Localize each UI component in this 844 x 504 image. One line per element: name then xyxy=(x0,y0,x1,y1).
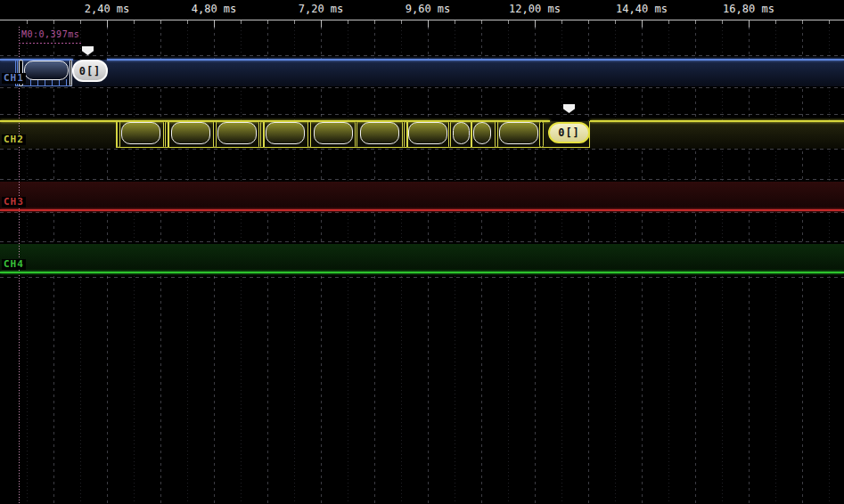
data-capsule-ch1 xyxy=(24,61,69,80)
burst-pulse-ch2 xyxy=(213,121,217,148)
ruler-tick-minor xyxy=(294,20,295,24)
ruler-label: 16,80 ms xyxy=(723,3,774,15)
burst-low-rail-ch2 xyxy=(116,147,590,148)
channel-label-ch1[interactable]: CH1 xyxy=(2,73,26,84)
signal-line-ch3 xyxy=(0,209,844,211)
ruler-tick-minor xyxy=(267,20,268,24)
data-capsule-ch2 xyxy=(408,122,447,144)
signal-line-ch1 xyxy=(107,59,844,61)
decode-bubble-ch2[interactable]: 0[] xyxy=(548,122,590,143)
ruler-tick-minor xyxy=(455,20,455,24)
burst-subtick-ch1 xyxy=(59,79,60,85)
ruler-tick-minor xyxy=(27,20,28,24)
burst-pulse-ch2 xyxy=(495,121,498,148)
burst-subtick-ch1 xyxy=(66,79,67,85)
ruler-tick-minor xyxy=(615,20,616,24)
grid-hline xyxy=(0,55,844,56)
data-capsule-ch2 xyxy=(499,122,538,144)
data-capsule-ch2 xyxy=(171,122,210,144)
grid-hline xyxy=(0,241,844,242)
ruler-tick-minor xyxy=(53,20,54,24)
burst-pulse-ch2 xyxy=(448,121,451,148)
data-capsule-ch2 xyxy=(453,122,470,144)
ruler-label: 12,00 ms xyxy=(509,3,561,15)
ruler-label: 4,80 ms xyxy=(192,3,237,15)
signal-line-ch2 xyxy=(590,120,844,122)
data-capsule-ch2 xyxy=(314,122,353,144)
ruler-tick-minor xyxy=(588,20,589,24)
cursor-flag-icon-ch2[interactable] xyxy=(563,104,575,113)
channel-band-ch1 xyxy=(0,60,844,86)
ruler-tick-minor xyxy=(348,20,348,24)
ruler-tick-minor xyxy=(695,20,696,24)
burst-low-rail-ch1 xyxy=(15,85,72,86)
ruler-label: 9,60 ms xyxy=(406,3,451,15)
ruler-tick-minor xyxy=(668,20,669,24)
ruler-label: 2,40 ms xyxy=(85,3,130,15)
ruler-tick-minor xyxy=(802,20,803,24)
grid-hline xyxy=(0,87,844,88)
burst-subtick-ch1 xyxy=(37,79,38,85)
ruler-tick-minor xyxy=(508,20,509,24)
ruler-tick-minor xyxy=(134,20,135,24)
cursor-flag-icon-ch1[interactable] xyxy=(82,46,94,55)
ruler-label: 14,40 ms xyxy=(616,3,668,15)
burst-pulse-ch2 xyxy=(117,121,120,148)
ruler-tick-minor xyxy=(722,20,723,24)
burst-subtick-ch1 xyxy=(45,79,45,85)
data-capsule-ch2 xyxy=(473,122,491,144)
ruler-tick-minor xyxy=(80,20,81,24)
data-capsule-ch2 xyxy=(217,122,257,144)
ruler-tick-minor xyxy=(829,20,830,24)
ruler-tick-minor xyxy=(241,20,242,24)
grid-hline xyxy=(0,212,844,213)
channel-band-ch3 xyxy=(0,182,844,210)
ruler-tick-minor xyxy=(374,20,375,24)
channel-band-ch4 xyxy=(0,244,844,272)
channel-label-ch3[interactable]: CH3 xyxy=(2,197,26,207)
ruler-baseline xyxy=(0,20,844,20)
grid-hline xyxy=(0,114,844,115)
ruler-tick-minor xyxy=(401,20,402,24)
decode-bubble-ch1[interactable]: 0[] xyxy=(72,60,108,82)
channel-label-ch2[interactable]: CH2 xyxy=(2,134,26,145)
burst-pulse-ch2 xyxy=(539,121,544,148)
data-capsule-ch2 xyxy=(121,122,160,144)
grid-hline xyxy=(0,277,844,278)
marker-m0-label[interactable]: M0:0,397ms xyxy=(21,29,79,39)
ruler-label: 7,20 ms xyxy=(299,3,344,15)
ruler-tick-minor xyxy=(160,20,161,24)
channel-label-ch4[interactable]: CH4 xyxy=(2,259,26,270)
ruler-tick-minor xyxy=(481,20,482,24)
ruler-tick-minor xyxy=(187,20,188,24)
burst-subtick-ch1 xyxy=(30,79,31,85)
data-capsule-ch2 xyxy=(266,122,305,144)
ruler-tick-minor xyxy=(561,20,562,24)
grid-hline xyxy=(0,179,844,180)
burst-pulse-ch2 xyxy=(355,121,357,148)
burst-pulse-ch2 xyxy=(471,121,472,148)
ruler-tick-minor xyxy=(775,20,776,24)
logic-analyzer-view: 2,40 ms4,80 ms7,20 ms9,60 ms12,00 ms14,4… xyxy=(0,0,844,504)
burst-pulse-ch2 xyxy=(258,121,261,148)
burst-pulse-ch2 xyxy=(263,121,265,148)
burst-pulse-ch2 xyxy=(402,121,405,148)
burst-pulse-ch2 xyxy=(163,121,166,148)
burst-subtick-ch1 xyxy=(52,79,53,85)
burst-pulse-ch2 xyxy=(168,121,169,148)
grid-hline xyxy=(0,149,844,150)
signal-line-ch4 xyxy=(0,272,844,273)
marker-m0-ruler-tail xyxy=(19,43,81,44)
burst-pulse-ch2 xyxy=(307,121,311,148)
data-capsule-ch2 xyxy=(360,122,399,144)
